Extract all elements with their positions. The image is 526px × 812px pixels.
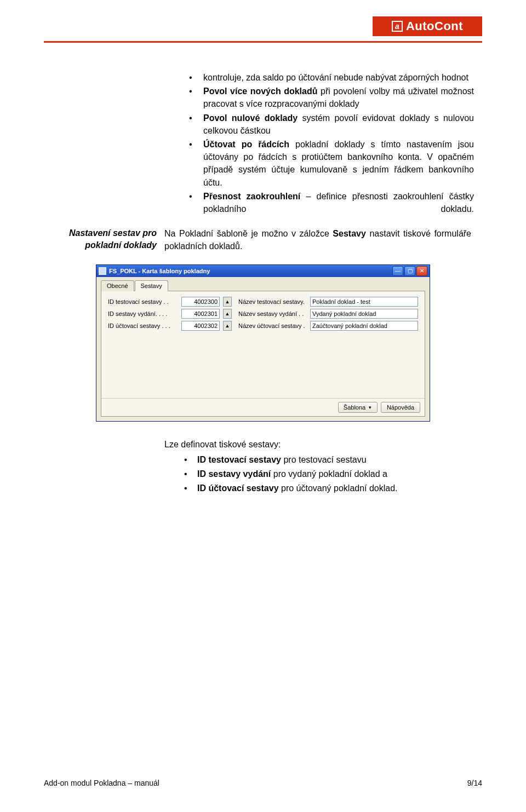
lookup-button[interactable]: ▲ bbox=[223, 321, 232, 331]
tab-bar: Obecné Sestavy bbox=[101, 280, 425, 291]
bullet-bold: ID účtovací sestavy bbox=[197, 483, 279, 493]
field-label: ID testovací sestavy . . bbox=[108, 298, 178, 305]
form-row: ID účtovací sestavy . . . 4002302 ▲ Náze… bbox=[108, 321, 418, 331]
bullet-item: ID účtovací sestavy pro účtovaný pokladn… bbox=[164, 482, 471, 495]
help-button[interactable]: Nápověda bbox=[381, 402, 420, 413]
footer-right: 9/14 bbox=[467, 779, 482, 787]
field-label: Název sestavy vydání . . bbox=[238, 310, 307, 317]
row2-paragraph: Na Pokladní šabloně je možno v záložce S… bbox=[164, 227, 471, 252]
side-heading-line: Nastavení sestav pro bbox=[69, 228, 157, 238]
close-button[interactable]: ✕ bbox=[416, 266, 427, 276]
lookup-button[interactable]: ▲ bbox=[223, 297, 232, 307]
side-heading: Nastavení sestav pro pokladní doklady bbox=[55, 227, 164, 252]
bullet-text: pro vydaný pokladní doklad a bbox=[271, 469, 387, 479]
id-field[interactable]: 4002301 bbox=[181, 309, 220, 319]
header-divider bbox=[44, 41, 482, 43]
bullet-bold: Povol více nových dokladů bbox=[203, 87, 318, 96]
bullet-item: Povol více nových dokladů při povolení v… bbox=[184, 85, 474, 110]
bullet-item: ID testovací sestavy pro testovací sesta… bbox=[164, 453, 471, 467]
tab-obecne[interactable]: Obecné bbox=[101, 280, 134, 291]
field-label: Název účtovací sestavy . bbox=[238, 323, 307, 329]
bullet-list-bottom: ID testovací sestavy pro testovací sesta… bbox=[164, 453, 471, 495]
bullet-item: Přesnost zaokrouhlení – definice přesnos… bbox=[184, 190, 474, 215]
lookup-button[interactable]: ▲ bbox=[223, 309, 232, 319]
form-row: ID testovací sestavy . . 4002300 ▲ Název… bbox=[108, 297, 418, 307]
tab-sestavy[interactable]: Sestavy bbox=[135, 280, 168, 291]
bullet-bold: Povol nulové doklady bbox=[203, 113, 298, 123]
bullet-list-top: kontroluje, zda saldo po účtování nebude… bbox=[184, 71, 474, 215]
bullet-bold: Účtovat po řádcích bbox=[203, 140, 289, 149]
window-footer: Šablona▼ Nápověda bbox=[101, 398, 425, 416]
tab-pane: ID testovací sestavy . . 4002300 ▲ Název… bbox=[101, 291, 425, 417]
name-field[interactable]: Zaúčtovaný pokladní doklad bbox=[310, 321, 418, 331]
minimize-button[interactable]: — bbox=[392, 266, 403, 276]
name-field[interactable]: Vydaný pokladní doklad bbox=[310, 309, 418, 319]
window-title: FS_POKL - Karta šablony pokladny bbox=[109, 268, 210, 274]
logo-text: AutoCont bbox=[406, 19, 463, 33]
bullet-text: pro účtovaný pokladní doklad. bbox=[279, 483, 398, 493]
logo-box: a AutoCont bbox=[373, 16, 482, 36]
field-label: ID sestavy vydání. . . . bbox=[108, 310, 178, 317]
header-logo: a AutoCont bbox=[373, 16, 482, 36]
template-button[interactable]: Šablona▼ bbox=[338, 402, 378, 413]
field-label: ID účtovací sestavy . . . bbox=[108, 323, 178, 329]
name-field[interactable]: Pokladní doklad - test bbox=[310, 297, 418, 307]
dialog-window: FS_POKL - Karta šablony pokladny — ▢ ✕ O… bbox=[96, 264, 430, 422]
maximize-button[interactable]: ▢ bbox=[404, 266, 415, 276]
bullet-text: pro testovací sestavu bbox=[281, 455, 367, 464]
text: Na Pokladní šabloně je možno v záložce bbox=[164, 229, 333, 238]
form-row: ID sestavy vydání. . . . 4002301 ▲ Název… bbox=[108, 309, 418, 319]
side-heading-line: pokladní doklady bbox=[85, 240, 157, 250]
bullet-item: Povol nulové doklady systém povolí evido… bbox=[184, 112, 474, 137]
caret-down-icon: ▼ bbox=[368, 405, 372, 410]
window-icon bbox=[99, 267, 106, 275]
bullet-text: kontroluje, zda saldo po účtování nebude… bbox=[203, 73, 468, 82]
bullet-item: ID sestavy vydání pro vydaný pokladní do… bbox=[164, 468, 471, 481]
bullet-bold: ID testovací sestavy bbox=[197, 455, 281, 464]
bullet-bold: Přesnost zaokrouhlení bbox=[203, 192, 300, 201]
bottom-intro: Lze definovat tiskové sestavy: bbox=[164, 438, 471, 451]
id-field[interactable]: 4002300 bbox=[181, 297, 220, 307]
footer-left: Add-on modul Pokladna – manuál bbox=[44, 779, 159, 787]
bullet-bold: ID sestavy vydání bbox=[197, 469, 271, 479]
button-label: Šablona bbox=[344, 404, 365, 411]
button-label: Nápověda bbox=[387, 404, 414, 411]
bullet-item: kontroluje, zda saldo po účtování nebude… bbox=[184, 71, 474, 84]
text-bold: Sestavy bbox=[333, 229, 366, 238]
bullet-item: Účtovat po řádcích pokladní doklady s tí… bbox=[184, 138, 474, 189]
logo-icon: a bbox=[392, 21, 403, 32]
id-field[interactable]: 4002302 bbox=[181, 321, 220, 331]
field-label: Název testovací sestavy. bbox=[238, 298, 307, 305]
titlebar[interactable]: FS_POKL - Karta šablony pokladny — ▢ ✕ bbox=[96, 265, 430, 277]
